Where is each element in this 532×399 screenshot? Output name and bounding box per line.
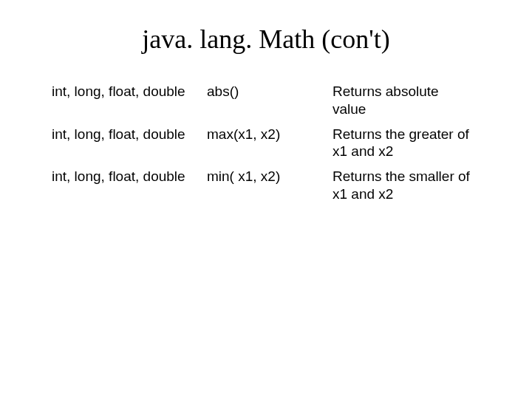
table-cell-types: int, long, float, double [52, 83, 207, 118]
table-cell-signature: abs() [207, 83, 332, 118]
method-table: int, long, float, double abs() Returns a… [52, 83, 488, 203]
table-cell-description: Returns absolute value [332, 83, 480, 118]
table-cell-description: Returns the greater of x1 and x2 [332, 126, 480, 161]
slide: java. lang. Math (con't) int, long, floa… [0, 0, 532, 399]
table-cell-types: int, long, float, double [52, 168, 207, 203]
table-cell-signature: min( x1, x2) [207, 168, 332, 203]
table-cell-types: int, long, float, double [52, 126, 207, 161]
table-cell-signature: max(x1, x2) [207, 126, 332, 161]
table-cell-description: Returns the smaller of x1 and x2 [332, 168, 480, 203]
slide-title: java. lang. Math (con't) [44, 24, 488, 55]
